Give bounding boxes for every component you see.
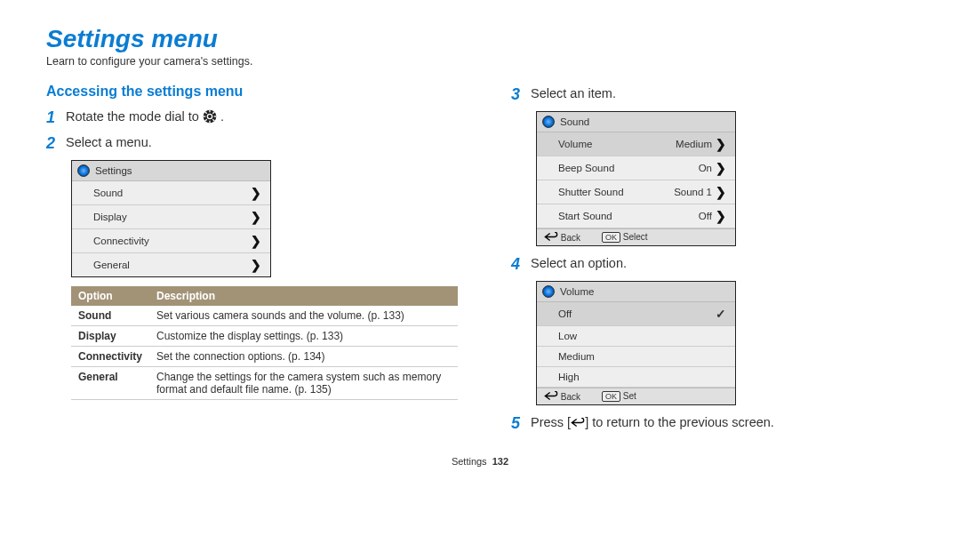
- step-4: 4 Select an option.: [511, 255, 914, 274]
- table-head-option: Option: [71, 286, 149, 306]
- ok-key-icon: OK: [602, 232, 620, 243]
- step-2-text: Select a menu.: [66, 134, 152, 149]
- chevron-right-icon: ❯: [251, 258, 261, 272]
- volume-row-low[interactable]: Low: [537, 326, 735, 347]
- table-row: Display Customize the display settings. …: [71, 326, 458, 347]
- sound-menu-title: Sound: [560, 116, 589, 127]
- step-2: 2 Select a menu.: [46, 134, 458, 153]
- step-1-text-before: Rotate the mode dial to: [66, 109, 203, 124]
- back-icon: [544, 391, 558, 401]
- option-description-table: Option Description Sound Set various cam…: [71, 286, 458, 400]
- chevron-right-icon: ❯: [716, 209, 726, 223]
- page-title: Settings menu: [46, 25, 914, 53]
- footer-select-label: Select: [623, 232, 648, 242]
- sound-row-label: Beep Sound: [558, 163, 614, 173]
- sound-row-value: Sound 1: [674, 187, 712, 197]
- sound-row-start[interactable]: Start Sound Off❯: [537, 204, 735, 228]
- step-4-text: Select an option.: [531, 255, 627, 270]
- table-row: General Change the settings for the came…: [71, 367, 458, 400]
- opt-cell: Sound: [71, 306, 149, 326]
- table-row: Connectivity Set the connection options.…: [71, 347, 458, 367]
- step-4-number: 4: [511, 255, 531, 274]
- sound-row-value: Off: [699, 211, 712, 221]
- sound-menu-footer: Back OK Select: [537, 228, 735, 245]
- sound-menu-box: Sound Volume Medium❯ Beep Sound On❯ Shut…: [536, 111, 736, 246]
- footer-back-label: Back: [561, 392, 580, 402]
- volume-row-high[interactable]: High: [537, 367, 735, 388]
- settings-menu-header: Settings: [72, 161, 270, 181]
- accessing-heading: Accessing the settings menu: [46, 84, 458, 100]
- desc-cell: Change the settings for the camera syste…: [149, 367, 458, 400]
- sound-row-value: On: [699, 163, 712, 173]
- menu-row-connectivity[interactable]: Connectivity ❯: [72, 229, 270, 253]
- sound-menu-header: Sound: [537, 112, 735, 132]
- sound-row-value: Medium: [676, 139, 712, 149]
- chevron-right-icon: ❯: [716, 137, 726, 151]
- step-5-text-after: ] to return to the previous screen.: [585, 415, 774, 429]
- menu-row-sound[interactable]: Sound ❯: [72, 181, 270, 205]
- volume-menu-header: Volume: [537, 282, 735, 302]
- step-1-text-after: .: [220, 109, 224, 124]
- gear-icon: [203, 109, 217, 124]
- menu-row-label: Display: [93, 212, 127, 222]
- menu-row-label: General: [93, 260, 130, 270]
- opt-cell: Connectivity: [71, 347, 149, 367]
- chevron-right-icon: ❯: [716, 185, 726, 199]
- footer-page-number: 132: [492, 456, 508, 467]
- dial-icon: [542, 285, 555, 298]
- volume-row-label: Off: [558, 308, 572, 319]
- sound-row-label: Shutter Sound: [558, 187, 624, 197]
- chevron-right-icon: ❯: [716, 161, 726, 175]
- step-5: 5 Press [] to return to the previous scr…: [511, 414, 914, 433]
- volume-row-label: Medium: [558, 351, 595, 362]
- step-3-number: 3: [511, 85, 531, 104]
- back-icon: [571, 416, 585, 426]
- chevron-right-icon: ❯: [251, 186, 261, 200]
- step-5-number: 5: [511, 414, 531, 433]
- volume-row-off[interactable]: Off ✓: [537, 302, 735, 326]
- volume-row-medium[interactable]: Medium: [537, 347, 735, 367]
- page-subtitle: Learn to configure your camera's setting…: [46, 55, 914, 68]
- step-1-number: 1: [46, 108, 66, 127]
- footer-back-label: Back: [561, 233, 580, 243]
- menu-row-display[interactable]: Display ❯: [72, 205, 270, 229]
- sound-row-label: Start Sound: [558, 211, 612, 221]
- step-2-number: 2: [46, 134, 66, 153]
- menu-row-label: Connectivity: [93, 236, 149, 246]
- chevron-right-icon: ❯: [251, 210, 261, 224]
- step-5-text-before: Press [: [531, 415, 571, 429]
- table-row: Sound Set various camera sounds and the …: [71, 306, 458, 326]
- volume-menu-box: Volume Off ✓ Low Medium High: [536, 281, 736, 405]
- step-1: 1 Rotate the mode dial to .: [46, 108, 458, 127]
- settings-menu-box: Settings Sound ❯ Display ❯ Connectivity …: [71, 160, 271, 277]
- back-icon: [544, 232, 558, 242]
- menu-row-general[interactable]: General ❯: [72, 253, 270, 276]
- ok-key-icon: OK: [602, 391, 620, 402]
- step-3: 3 Select an item.: [511, 85, 914, 104]
- settings-menu-title: Settings: [95, 165, 132, 176]
- dial-icon: [542, 116, 555, 128]
- volume-menu-footer: Back OK Set: [537, 388, 735, 404]
- sound-row-label: Volume: [558, 139, 592, 149]
- table-head-description: Description: [149, 286, 458, 306]
- volume-row-label: High: [558, 372, 580, 382]
- menu-row-label: Sound: [93, 188, 123, 198]
- chevron-right-icon: ❯: [251, 234, 261, 248]
- sound-row-volume[interactable]: Volume Medium❯: [537, 132, 735, 156]
- footer-set-label: Set: [623, 391, 636, 401]
- desc-cell: Customize the display settings. (p. 133): [149, 326, 458, 347]
- opt-cell: General: [71, 367, 149, 400]
- footer-label: Settings: [452, 456, 487, 467]
- page-footer: Settings 132: [46, 456, 914, 467]
- sound-row-shutter[interactable]: Shutter Sound Sound 1❯: [537, 180, 735, 204]
- desc-cell: Set various camera sounds and the volume…: [149, 306, 458, 326]
- step-3-text: Select an item.: [531, 85, 616, 100]
- dial-icon: [77, 164, 90, 177]
- sound-row-beep[interactable]: Beep Sound On❯: [537, 156, 735, 180]
- check-icon: ✓: [716, 307, 726, 321]
- desc-cell: Set the connection options. (p. 134): [149, 347, 458, 367]
- volume-row-label: Low: [558, 331, 577, 341]
- volume-menu-title: Volume: [560, 286, 594, 297]
- opt-cell: Display: [71, 326, 149, 347]
